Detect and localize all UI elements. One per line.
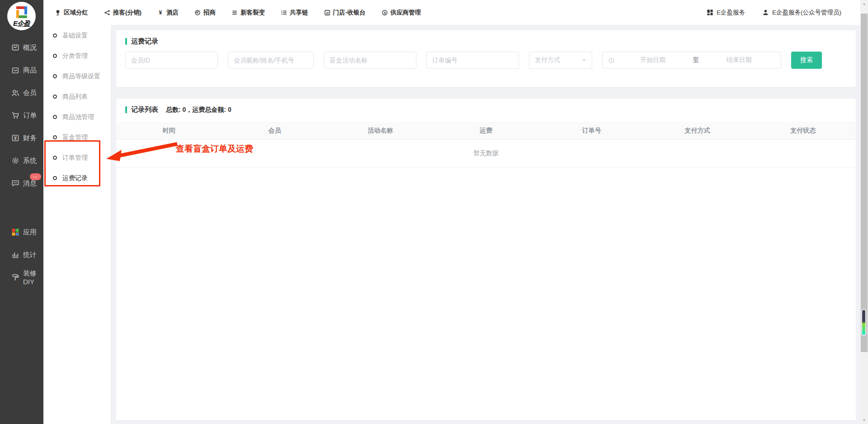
topbar-account-item[interactable]: E企盈服务(公众号管理员) bbox=[762, 9, 841, 17]
paint-roller-icon bbox=[11, 273, 19, 281]
records-summary: 总数: 0，运费总金额: 0 bbox=[166, 106, 231, 114]
topnav-item[interactable]: 新客裂变 bbox=[231, 9, 265, 17]
rail-item-label: 订单 bbox=[23, 111, 37, 120]
topnav-item-label: 共享链 bbox=[290, 9, 308, 17]
submenu-item[interactable]: 商品等级设置 bbox=[43, 66, 111, 86]
rail-item[interactable]: 会员 bbox=[0, 81, 43, 104]
submenu-item[interactable]: 订单管理 bbox=[43, 148, 111, 168]
stats-icon bbox=[11, 251, 19, 259]
submenu-item[interactable]: 商品池管理 bbox=[43, 107, 111, 127]
topnav-item-label: 推客(分销) bbox=[113, 9, 142, 17]
table-header-row: 时间 会员 活动名称 运费 订单号 支付方式 支付状态 bbox=[116, 122, 856, 140]
rail-item-label: 概况 bbox=[23, 43, 37, 52]
topnav: 区域分红 推客(分销) ¥ 酒店 招商 bbox=[55, 9, 421, 17]
topnav-item[interactable]: 招商 bbox=[194, 9, 216, 17]
rail-item-label: 系统 bbox=[23, 157, 37, 165]
overview-icon bbox=[11, 43, 19, 52]
order-no-input[interactable] bbox=[426, 52, 519, 69]
circle-bullet-icon bbox=[53, 115, 57, 119]
submenu-item[interactable]: 商品列表 bbox=[43, 86, 111, 107]
menu-lines-icon bbox=[231, 10, 238, 16]
rail-item-label: 会员 bbox=[23, 89, 37, 97]
table-column-header: 活动名称 bbox=[327, 127, 433, 135]
panel-title: 运费记录 bbox=[131, 37, 158, 46]
scroll-up-button[interactable]: ▲ bbox=[860, 0, 868, 8]
rail-item[interactable]: 装修DIY bbox=[0, 266, 43, 289]
circle-bullet-icon bbox=[53, 54, 57, 58]
gear-icon bbox=[11, 157, 19, 165]
submenu-item-label: 商品等级设置 bbox=[62, 72, 100, 81]
member-info-input[interactable] bbox=[228, 52, 314, 69]
svg-text:¥: ¥ bbox=[14, 135, 17, 141]
rail-item[interactable]: 概况 bbox=[0, 36, 43, 59]
topnav-item-label: 供应商管理 bbox=[391, 9, 421, 17]
rail-item-label: 应用 bbox=[23, 228, 37, 237]
topnav-item-label: 新客裂变 bbox=[241, 9, 265, 17]
table-column-header: 运费 bbox=[433, 127, 539, 135]
cashier-icon: @ bbox=[324, 10, 330, 16]
aperture-icon bbox=[194, 10, 201, 16]
topnav-item[interactable]: 共享链 bbox=[281, 9, 308, 17]
rail-item[interactable]: 应用 bbox=[0, 221, 43, 243]
topnav-item[interactable]: 推客(分销) bbox=[104, 9, 142, 17]
circle-bullet-icon bbox=[53, 176, 57, 180]
topnav-item[interactable]: ¥ 酒店 bbox=[157, 9, 179, 17]
scroll-down-button[interactable]: ▼ bbox=[860, 416, 868, 424]
submenu-item[interactable]: 盲盒管理 bbox=[43, 127, 111, 148]
submenu-item-label: 运费记录 bbox=[62, 174, 88, 182]
rail-item[interactable]: ¥ 财务 bbox=[0, 127, 43, 149]
topbar-account-label: E企盈服务(公众号管理员) bbox=[772, 9, 841, 17]
trophy-icon bbox=[55, 10, 61, 16]
topnav-item-label: 门店-收银台 bbox=[333, 9, 366, 17]
apps-color-icon bbox=[11, 228, 19, 236]
search-button[interactable]: 搜索 bbox=[791, 52, 822, 69]
topnav-item[interactable]: @ 门店-收银台 bbox=[324, 9, 366, 17]
goods-icon bbox=[11, 66, 19, 74]
topnav-item-label: 招商 bbox=[203, 9, 216, 17]
title-accent-bar bbox=[125, 38, 127, 45]
topbar-account-label: E企盈服务 bbox=[717, 9, 745, 17]
submenu-item-label: 商品列表 bbox=[62, 93, 88, 101]
activity-name-input[interactable] bbox=[324, 52, 416, 69]
records-title: 记录列表 bbox=[131, 105, 158, 114]
submenu-item-label: 商品池管理 bbox=[62, 113, 94, 121]
cart-icon bbox=[11, 111, 19, 119]
circle-bullet-icon bbox=[53, 135, 57, 139]
pay-method-placeholder: 支付方式 bbox=[535, 56, 560, 64]
scrollbar[interactable]: ▲ ▼ bbox=[860, 0, 868, 424]
brand-logo[interactable]: E企盈 bbox=[7, 2, 36, 30]
table-column-header: 会员 bbox=[222, 127, 328, 135]
rail-item[interactable]: 系统 bbox=[0, 149, 43, 172]
scroll-position-marker bbox=[861, 309, 866, 336]
topnav-item[interactable]: S 供应商管理 bbox=[382, 9, 421, 17]
freight-search-panel: 运费记录 支付方式 开始日期 至 结束日期 搜索 bbox=[116, 30, 856, 87]
submenu-item[interactable]: 基础设置 bbox=[43, 25, 111, 46]
title-accent-bar bbox=[125, 106, 127, 113]
chevron-down-icon bbox=[581, 57, 587, 63]
apps-grid-icon bbox=[707, 9, 713, 16]
rail-item[interactable]: 统计 bbox=[0, 243, 43, 266]
rail-item[interactable]: 商品 bbox=[0, 59, 43, 81]
table-column-header: 支付状态 bbox=[750, 127, 856, 135]
topnav-item[interactable]: 区域分红 bbox=[55, 9, 88, 17]
rail-menu-main: 概况 商品 会员 订单 bbox=[0, 36, 43, 195]
topbar: 区域分红 推客(分销) ¥ 酒店 招商 bbox=[43, 0, 860, 25]
topbar-account-item[interactable]: E企盈服务 bbox=[707, 9, 745, 17]
rail-menu-secondary: 应用 统计 装修DIY bbox=[0, 221, 43, 289]
submenu-item[interactable]: 分类管理 bbox=[43, 46, 111, 66]
rail-item-label: 消息 bbox=[23, 179, 37, 188]
topbar-right: E企盈服务 E企盈服务(公众号管理员) bbox=[707, 9, 841, 17]
svg-text:S: S bbox=[383, 10, 386, 14]
scrollbar-thumb[interactable] bbox=[861, 14, 868, 352]
date-range-input[interactable]: 开始日期 至 结束日期 bbox=[602, 52, 781, 69]
rail-item-label: 装修DIY bbox=[23, 269, 43, 286]
member-id-input[interactable] bbox=[125, 52, 218, 69]
svg-text:¥: ¥ bbox=[159, 10, 162, 16]
rail-item[interactable]: 消息 ... bbox=[0, 172, 43, 195]
submenu-item[interactable]: 运费记录 bbox=[43, 168, 111, 188]
rail-item-label: 商品 bbox=[23, 66, 37, 75]
submenu-item-label: 基础设置 bbox=[62, 32, 88, 40]
filter-row: 支付方式 开始日期 至 结束日期 搜索 bbox=[116, 46, 856, 69]
rail-item[interactable]: 订单 bbox=[0, 104, 43, 127]
pay-method-select[interactable]: 支付方式 bbox=[529, 52, 592, 69]
